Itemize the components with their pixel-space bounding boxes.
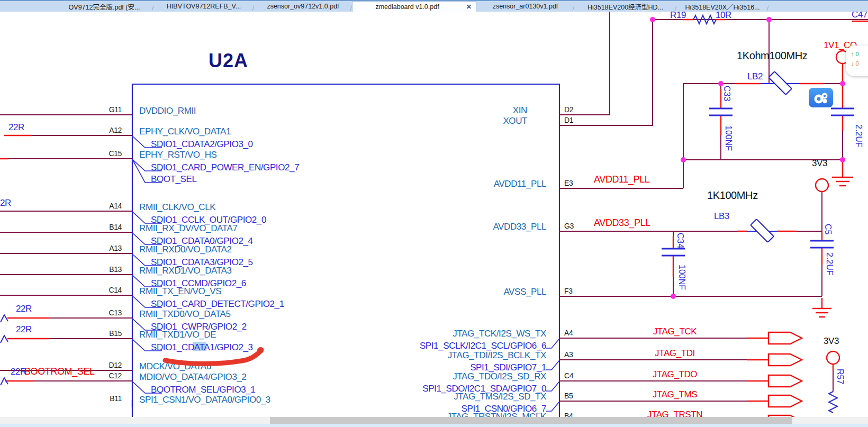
cap-c34-value: 100NF <box>677 265 686 290</box>
resistor-22r-label-clipped: 2R <box>0 198 11 208</box>
pin-number-C4: C4 <box>564 372 573 380</box>
pin-number-C13: C13 <box>79 309 122 317</box>
net-label-avdd33-pll: AVDD33_PLL <box>594 218 650 228</box>
net-label-jtag_tms: JTAG_TMS <box>630 390 720 399</box>
pin-label-C12: MDIO/VO_DATA4/GPIO3_2 <box>139 373 247 382</box>
pin-label-D1: XOUT <box>368 116 527 126</box>
pin-label-C14: RMII_TX_EN/VO_VS <box>139 287 221 296</box>
baidu-netdisk-icon[interactable] <box>809 88 833 107</box>
pin-label-D12: MDCK/VO_DATA6 <box>139 362 211 371</box>
pdf-reader-window: OV9712完全版.pdf (安...HIBVTOV9712REFB_V...z… <box>0 0 868 427</box>
pin-number-A3: A3 <box>564 351 573 359</box>
cap-c5-symbol <box>810 241 834 248</box>
tab-5[interactable]: Hi3518EV200经济型HD... <box>574 1 676 12</box>
pin-alt-label-A12-0: SDIO1_CDATA2/GPIO3_0 <box>151 140 253 149</box>
net-label-bootrom-sel: BOOTROM_SEL <box>24 367 95 377</box>
resistor-r19-refdes: R19 <box>670 11 686 20</box>
power-label-3v3-top: 3V3 <box>812 159 827 168</box>
cap-c34-refdes: C34 <box>675 233 684 248</box>
pin-label-B14: RMII_RX_DV/VO_DATA7 <box>139 224 237 233</box>
tab-label: zmediaboard v1.0.pdf <box>352 3 462 11</box>
cap-right-value: 2.2UF <box>854 124 863 148</box>
tab-label: zsensor_ar0130v1.pdf <box>476 3 574 10</box>
tab-0[interactable]: OV9712完全版.pdf (安... <box>55 1 153 12</box>
cap-c33-value: 100NF <box>724 125 733 151</box>
ground-symbol-top <box>832 160 853 186</box>
download-arrow-icon: ↓ <box>851 60 854 67</box>
cap-c33-symbol <box>709 108 733 115</box>
tab-label: Hi3518EV200经济型HD... <box>574 2 676 12</box>
pin-alt-label-C14-0: SDIO1_CARD_DETECT/GPIO2_1 <box>151 299 284 309</box>
tab-label: HIBVTOV9712REFB_V... <box>153 3 254 10</box>
power-port-3v3-a <box>816 179 828 192</box>
cap-c5-value: 2.2UF <box>825 252 834 276</box>
ferrite-bead-symbols <box>747 71 800 242</box>
pin-number-C15: C15 <box>79 150 122 158</box>
pin-label-C13: RMII_TXD0/VO_DATA5 <box>139 310 231 319</box>
pin-label-B13: RMII_RXD1/VO_DATA3 <box>139 266 232 276</box>
pin-label-A4: JTAG_TCK/I2S_WS_TX <box>387 329 546 339</box>
cap-right-symbol <box>831 108 854 115</box>
tab-label: Hi3518EV20X／Hi3516... <box>676 2 768 12</box>
resistor-r19-value: 10R <box>716 11 731 20</box>
tab-6[interactable]: Hi3518EV20X／Hi3516... <box>676 1 768 12</box>
cap-c5-refdes: C5 <box>823 224 832 234</box>
net-label-jtag_tck: JTAG_TCK <box>630 327 720 337</box>
resistor-r57-refdes: R57 <box>835 369 844 384</box>
net-label-jtag_tdi: JTAG_TDI <box>630 349 720 358</box>
chip-designator: U2A <box>209 50 248 72</box>
tab-1[interactable]: HIBVTOV9712REFB_V... <box>153 1 254 12</box>
pin-label-A3: JTAG_TDI/I2S_BCLK_TX <box>387 351 546 360</box>
tab-4[interactable]: zsensor_ar0130v1.pdf <box>476 1 574 12</box>
tab-label: OV9712完全版.pdf (安... <box>55 2 153 12</box>
horizontal-scrollbar-thumb[interactable] <box>270 417 792 424</box>
pin-number-B11: B11 <box>79 395 122 403</box>
pin-number-B13: B13 <box>79 266 122 274</box>
resistor-22r-clipped-symbols <box>1 315 8 385</box>
resistor-22r-label: 22R <box>8 123 24 132</box>
net-label-avdd11-pll: AVDD11_PLL <box>594 175 649 185</box>
bead-lb3-value: 1K100MHz <box>707 190 758 201</box>
tab-bar-spacer <box>0 1 55 12</box>
tab-bar: OV9712完全版.pdf (安...HIBVTOV9712REFB_V...z… <box>0 0 868 12</box>
pin-number-D2: D2 <box>564 106 573 114</box>
pin-alt-label-C15-0: SDIO1_CARD_POWER_EN/GPIO2_7 <box>151 163 299 172</box>
pin-number-B15: B15 <box>79 330 122 338</box>
pin-label-A12: EPHY_CLK/VO_DATA1 <box>139 127 231 137</box>
pin-number-A14: A14 <box>79 202 122 210</box>
pin-number-G3: G3 <box>564 222 574 230</box>
pin-alt-label-B15-0: SDIO1_CDATA1/GPIO2_3 <box>151 343 253 352</box>
bead-lb3-refdes: LB3 <box>714 212 729 221</box>
tab-2[interactable]: zsensor_ov9712v1.0.pdf <box>254 1 352 12</box>
cap-c34-symbol <box>662 249 685 256</box>
upload-arrow-icon: ↑ <box>851 51 854 57</box>
tab-label: zsensor_ov9712v1.0.pdf <box>254 3 352 10</box>
ground-symbol-bottom <box>812 298 831 317</box>
pin-label-A13: RMII_RXD0/VO_DATA2 <box>139 245 232 255</box>
pin-label-B15: RMII_TXD1/VO_DE <box>139 330 216 340</box>
pin-label-B11: SPI1_CSN1/VO_DATA0/GPIO0_3 <box>139 395 270 405</box>
pin-alt-label-C15-1: BOOT_SEL <box>151 175 197 184</box>
pin-label-E3: AVDD11_PLL <box>387 179 546 189</box>
pin-number-G11: G11 <box>79 106 122 114</box>
pin-label-F3: AVSS_PLL <box>387 287 546 297</box>
pin-number-A13: A13 <box>79 244 122 252</box>
pin-label-G3: AVDD33_PLL <box>387 222 546 232</box>
tab-3-active[interactable]: zmediaboard v1.0.pdf✕ <box>352 1 476 12</box>
upload-speed-value: 0 <box>856 51 859 57</box>
pin-number-E3: E3 <box>564 179 573 187</box>
resistor-r19-symbol <box>693 15 716 24</box>
pin-number-C14: C14 <box>79 286 122 294</box>
pin-alt-label-A4: SPI1_SCLK/I2C1_SCL/GPIO6_6 <box>387 341 546 351</box>
pin-number-B5: B5 <box>564 392 573 400</box>
pin-label-A14: RMII_CLK/VO_CLK <box>139 203 215 212</box>
tab-close-icon[interactable]: ✕ <box>462 3 476 11</box>
horizontal-scrollbar[interactable] <box>0 417 868 424</box>
pin-number-F3: F3 <box>564 287 573 295</box>
power-port-3v3-b <box>827 351 839 364</box>
pin-label-C15: EPHY_RST/VO_HS <box>139 150 217 160</box>
pin-alt-label-C12-0: BOOTROM_SEL/GPIO3_1 <box>151 385 255 395</box>
bead-lb2-value: 1Kohm100MHz <box>737 50 807 61</box>
pin-number-A12: A12 <box>79 126 122 134</box>
netdisk-logo-glyph <box>812 90 830 105</box>
